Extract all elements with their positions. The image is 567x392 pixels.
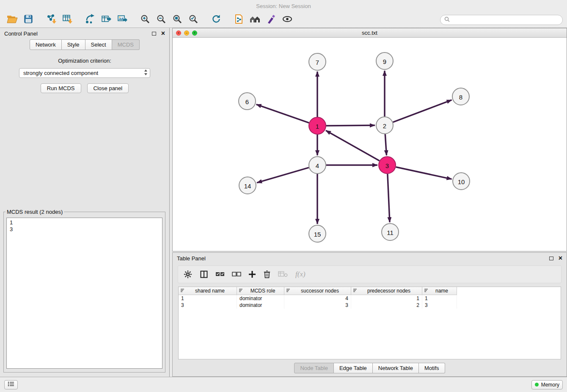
zoom-selected-button[interactable] [185, 14, 201, 26]
run-mcds-button[interactable]: Run MCDS [41, 83, 81, 93]
tab-network-table[interactable]: Network Table [373, 363, 419, 373]
graph-edge-3-11[interactable] [388, 174, 390, 222]
table-cell[interactable]: 1 [351, 295, 422, 302]
graph-node-14[interactable]: 14 [239, 177, 256, 194]
svg-text:15: 15 [314, 231, 321, 238]
table-cell[interactable]: 1 [422, 295, 457, 302]
graph-node-10[interactable]: 10 [453, 173, 470, 190]
zoom-selected-icon [188, 14, 198, 26]
minimize-window-icon[interactable]: − [184, 30, 189, 36]
column-header-shared-name[interactable]: shared name [179, 287, 237, 295]
zoom-in-icon [140, 14, 150, 26]
close-window-icon[interactable]: × [176, 30, 181, 36]
deselect-all-rows-button[interactable] [232, 271, 241, 278]
column-header-name[interactable]: name [422, 287, 457, 295]
eye-icon [282, 14, 293, 25]
export-table-button[interactable] [98, 14, 114, 26]
toolbar-search[interactable] [440, 15, 563, 25]
export-image-button[interactable] [114, 14, 130, 26]
network-window-titlebar[interactable]: scc.txt × − + [173, 28, 567, 38]
graph-node-8[interactable]: 8 [452, 88, 469, 105]
graph-edge-1-6[interactable] [256, 105, 309, 123]
tab-node-table[interactable]: Node Table [294, 363, 334, 373]
table-cell[interactable]: 4 [284, 295, 351, 302]
add-column-button[interactable] [248, 271, 256, 278]
refresh-layout-button[interactable] [208, 14, 224, 26]
graph-node-4[interactable]: 4 [309, 157, 326, 174]
zoom-out-button[interactable] [153, 14, 169, 26]
table-panel-title: Table Panel [177, 255, 206, 262]
tab-edge-table[interactable]: Edge Table [334, 363, 373, 373]
tab-style[interactable]: Style [62, 39, 85, 50]
import-table-button[interactable] [59, 14, 75, 26]
graph-edge-4-14[interactable] [257, 168, 309, 183]
network-overview-button[interactable] [247, 14, 263, 26]
table-row[interactable]: 1dominator411 [179, 295, 561, 302]
tab-mcds[interactable]: MCDS [112, 39, 140, 50]
criterion-select[interactable]: strongly connected component [19, 68, 150, 78]
column-header-successor-nodes[interactable]: successor nodes [284, 287, 351, 295]
graph-node-11[interactable]: 11 [382, 224, 399, 240]
export-network-button[interactable] [82, 14, 98, 26]
show-hide-button[interactable] [279, 14, 295, 26]
table-cell[interactable]: 2 [351, 302, 422, 309]
control-panel-title: Control Panel [4, 30, 38, 37]
table-settings-button[interactable] [183, 270, 193, 279]
sort-icon [180, 288, 185, 294]
graph-node-1[interactable]: 1 [309, 117, 326, 134]
tab-network[interactable]: Network [30, 39, 62, 50]
open-session-button[interactable] [4, 14, 20, 26]
graph-node-6[interactable]: 6 [239, 93, 256, 110]
tab-motifs[interactable]: Motifs [419, 363, 445, 373]
graph-edge-3-10[interactable] [396, 167, 452, 179]
save-session-button[interactable] [20, 14, 36, 26]
mcds-result-fieldset: MCDS result (2 nodes) 1 3 [3, 209, 165, 373]
svg-text:8: 8 [459, 94, 462, 101]
show-columns-button[interactable] [200, 270, 208, 279]
svg-text:1: 1 [316, 123, 319, 130]
column-header-predecessor-nodes[interactable]: predecessor nodes [351, 287, 422, 295]
delete-table-button[interactable] [278, 271, 288, 278]
graph-node-9[interactable]: 9 [376, 52, 393, 69]
table-row[interactable]: 3dominator323 [179, 302, 561, 309]
float-window-icon[interactable] [549, 257, 553, 260]
show-log-button[interactable] [4, 380, 18, 389]
close-panel-icon[interactable]: × [161, 30, 165, 37]
maximize-window-icon[interactable]: + [192, 30, 197, 36]
app-titlebar: Session: New Session [0, 0, 567, 12]
close-panel-button[interactable]: Close panel [87, 83, 129, 93]
delete-column-button[interactable] [263, 270, 271, 279]
column-header-mcds-role[interactable]: MCDS role [237, 287, 284, 295]
graph-edge-3-1[interactable] [326, 130, 380, 160]
sort-icon [239, 288, 243, 294]
table-cell[interactable]: 1 [179, 295, 237, 302]
memory-button[interactable]: Memory [531, 380, 563, 389]
table-cell[interactable]: 3 [179, 302, 237, 309]
table-cell[interactable]: 3 [422, 302, 457, 309]
graph-edge-1-2[interactable] [326, 125, 375, 126]
zoom-fit-icon [172, 14, 182, 26]
mcds-result-list: 1 3 [6, 218, 162, 369]
select-all-rows-button[interactable] [215, 271, 225, 278]
graph-node-2[interactable]: 2 [376, 117, 393, 134]
search-input[interactable] [452, 17, 559, 23]
apply-style-button[interactable] [263, 14, 279, 26]
import-network-button[interactable] [43, 14, 59, 26]
zoom-fit-button[interactable] [169, 14, 185, 26]
graph-node-3[interactable]: 3 [379, 157, 396, 174]
table-cell[interactable]: dominator [237, 295, 284, 302]
graph-node-15[interactable]: 15 [309, 225, 326, 242]
graph-edge-2-3[interactable] [385, 134, 386, 155]
network-canvas[interactable]: 7968124314101511 [173, 38, 567, 251]
function-builder-button[interactable]: f(x) [295, 270, 306, 279]
close-panel-icon[interactable]: × [559, 255, 562, 262]
table-cell[interactable]: dominator [237, 302, 284, 309]
float-window-icon[interactable] [152, 32, 156, 36]
tab-select[interactable]: Select [85, 39, 112, 50]
table-cell[interactable]: 3 [284, 302, 351, 309]
zoom-in-button[interactable] [137, 14, 153, 26]
graph-node-7[interactable]: 7 [309, 53, 326, 70]
import-network-from-database-button[interactable] [231, 14, 247, 26]
graph-edge-2-8[interactable] [393, 100, 452, 122]
network-canvas-svg[interactable]: 7968124314101511 [173, 38, 567, 251]
